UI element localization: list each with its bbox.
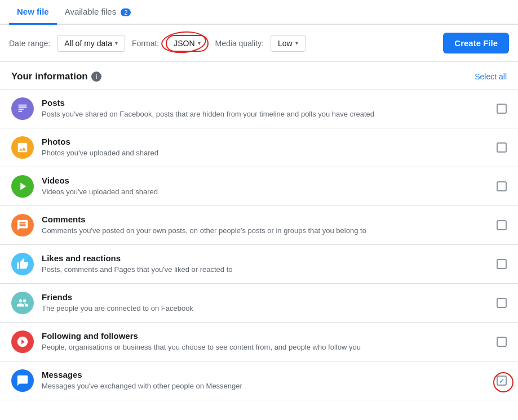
item-title: Messages [42,370,489,379]
list-item: Likes and reactionsPosts, comments and P… [0,245,518,284]
tab-new-file[interactable]: New file [9,0,57,25]
item-list: PostsPosts you've shared on Facebook, po… [0,89,518,400]
icon-following [11,330,34,353]
checkbox-photos[interactable] [497,142,507,153]
tabs-bar: New file Available files 2 [0,0,518,25]
checkbox-wrap [497,376,507,386]
checkbox-friends[interactable] [497,298,507,308]
checkbox-messages[interactable] [497,376,507,386]
item-title: Likes and reactions [42,253,489,263]
media-quality-arrow-icon: ▾ [295,40,298,46]
item-title: Posts [42,98,489,108]
item-desc: The people you are connected to on Faceb… [42,303,489,314]
checkbox-posts[interactable] [497,104,507,114]
checkbox-wrap [497,220,507,230]
checkbox-comments[interactable] [497,220,507,230]
item-desc: People, organisations or business that y… [42,342,489,352]
list-item: CommentsComments you've posted on your o… [0,206,518,245]
item-desc: Comments you've posted on your own posts… [42,226,489,236]
item-title: Friends [42,292,489,302]
format-label: Format: [132,39,159,48]
checkbox-wrap [497,259,507,269]
item-desc: Posts you've shared on Facebook, posts t… [42,109,489,119]
item-content: Likes and reactionsPosts, comments and P… [42,253,489,275]
icon-comments [11,214,34,236]
checkbox-wrap [497,298,507,308]
date-range-label: Date range: [9,39,50,48]
create-file-button[interactable]: Create File [443,33,509,53]
item-content: Following and followersPeople, organisat… [42,331,489,352]
list-item: PostsPosts you've shared on Facebook, po… [0,90,518,128]
item-content: CommentsComments you've posted on your o… [42,215,489,236]
icon-messages [11,369,34,392]
item-content: VideosVideos you've uploaded and shared [42,176,489,197]
date-range-dropdown[interactable]: All of my data ▾ [57,35,125,52]
icon-photos [11,136,34,159]
checkbox-wrap [497,142,507,153]
checkbox-likes[interactable] [497,259,507,269]
checkbox-highlight-circle [493,372,513,392]
icon-likes [11,253,34,275]
date-range-arrow-icon: ▾ [115,40,118,46]
item-content: PhotosPhotos you've uploaded and shared [42,137,489,158]
checkbox-videos[interactable] [497,181,507,191]
list-item: PhotosPhotos you've uploaded and shared [0,128,518,167]
format-dropdown[interactable]: JSON ▾ [166,35,208,52]
checkbox-wrap [497,181,507,191]
item-desc: Posts, comments and Pages that you've li… [42,265,489,275]
tab-available-files[interactable]: Available files 2 [57,0,139,25]
icon-posts [11,97,34,120]
icon-videos [11,175,34,198]
item-content: MessagesMessages you've exchanged with o… [42,370,489,391]
toolbar: Date range: All of my data ▾ Format: JSO… [0,25,518,62]
item-title: Comments [42,215,489,224]
item-title: Videos [42,176,489,185]
media-quality-dropdown[interactable]: Low ▾ [271,35,306,52]
format-dropdown-wrapper: JSON ▾ [166,35,208,52]
list-item: Following and followersPeople, organisat… [0,323,518,361]
select-all-link[interactable]: Select all [475,72,507,81]
item-desc: Photos you've uploaded and shared [42,148,489,158]
list-item: FriendsThe people you are connected to o… [0,284,518,323]
list-item: MessagesMessages you've exchanged with o… [0,361,518,400]
item-title: Photos [42,137,489,146]
info-icon: i [91,72,101,82]
format-arrow-icon: ▾ [198,40,201,46]
item-content: FriendsThe people you are connected to o… [42,292,489,314]
item-title: Following and followers [42,331,489,341]
icon-friends [11,292,34,314]
list-item: VideosVideos you've uploaded and shared [0,167,518,206]
info-header: Your information i Select all [11,71,507,82]
media-quality-label: Media quality: [215,39,264,48]
item-desc: Videos you've uploaded and shared [42,187,489,197]
checkbox-following[interactable] [497,337,507,347]
your-information-section: Your information i Select all [0,62,518,89]
section-title: Your information i [11,71,101,82]
checkbox-wrap [497,337,507,347]
item-content: PostsPosts you've shared on Facebook, po… [42,98,489,119]
checkbox-wrap [497,104,507,114]
item-desc: Messages you've exchanged with other peo… [42,381,489,391]
